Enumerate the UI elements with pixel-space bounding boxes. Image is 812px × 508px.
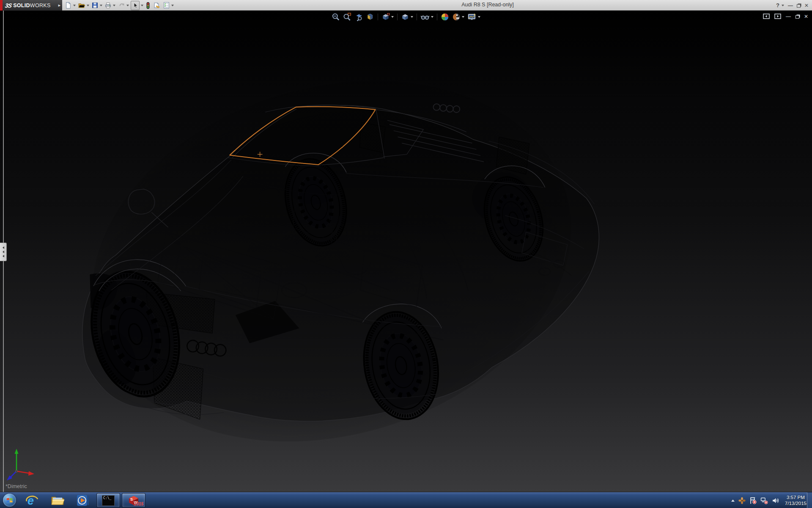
- caption-controls: ? — ✕: [776, 0, 809, 11]
- menu-expand-arrow[interactable]: ▶: [57, 0, 62, 11]
- svg-text:S: S: [130, 497, 133, 502]
- windows-explorer-folder-icon: [50, 494, 65, 506]
- titlebar: 3S SOLIDWORKS ▶: [0, 0, 812, 11]
- menu-bar-toolbar: [64, 0, 174, 11]
- zoom-to-fit-button[interactable]: [331, 12, 340, 22]
- display-style-icon: [401, 13, 409, 21]
- new-document-icon: [65, 2, 72, 9]
- view-orientation-dropdown[interactable]: [391, 16, 394, 18]
- volume-icon[interactable]: [772, 497, 779, 504]
- minimize-button[interactable]: —: [788, 3, 793, 8]
- next-document-icon[interactable]: [774, 14, 781, 19]
- taskbar-item-command-prompt[interactable]: C:\_: [96, 493, 120, 508]
- edit-appearance-button[interactable]: [440, 12, 450, 22]
- section-view-button[interactable]: [365, 12, 375, 22]
- file-properties-icon: [153, 2, 161, 9]
- show-hidden-icons-button[interactable]: [731, 500, 735, 502]
- previous-document-icon[interactable]: [763, 14, 770, 19]
- taskbar-item-windows-explorer[interactable]: [46, 493, 69, 508]
- command-prompt-icon: C:\_: [102, 495, 115, 506]
- expand-arrow-icon: [3, 246, 4, 249]
- model-canvas[interactable]: [0, 11, 812, 492]
- taskbar-item-media-player[interactable]: [71, 493, 95, 508]
- view-settings-button[interactable]: [467, 12, 481, 22]
- show-desktop-button[interactable]: [807, 492, 812, 508]
- solidworks-resource-monitor-icon[interactable]: [738, 497, 746, 504]
- new-button[interactable]: [64, 1, 76, 10]
- help-dropdown[interactable]: [782, 5, 784, 6]
- print-icon: [104, 2, 112, 9]
- view-orientation-button[interactable]: [381, 12, 394, 22]
- zoom-to-area-icon: [343, 13, 351, 21]
- print-button[interactable]: [104, 1, 116, 10]
- print-dropdown[interactable]: [113, 5, 115, 6]
- options-checklist-icon: [163, 2, 170, 9]
- rebuild-traffic-light-icon: [145, 2, 151, 9]
- tray-date: 7/13/2015: [785, 500, 807, 506]
- select-cursor-icon: [132, 2, 138, 9]
- view-settings-icon: [467, 13, 477, 21]
- options-button[interactable]: [162, 1, 174, 10]
- view-orientation-icon: [381, 13, 390, 21]
- hide-show-items-button[interactable]: [420, 12, 434, 22]
- document-close-button[interactable]: ✕: [804, 14, 808, 19]
- tray-clock[interactable]: 3:57 PM 7/13/2015: [785, 494, 807, 507]
- taskbar: e C:\_: [0, 492, 812, 508]
- new-dropdown[interactable]: [73, 5, 76, 6]
- zoom-to-area-button[interactable]: [343, 12, 352, 22]
- open-button[interactable]: [77, 1, 90, 10]
- toolbar-separator: [397, 14, 398, 20]
- logo-red-stripe: [0, 0, 3, 11]
- logo-text-works: WORKS: [30, 3, 51, 8]
- heads-up-view-toolbar: [331, 12, 481, 22]
- display-style-dropdown[interactable]: [411, 16, 413, 18]
- restore-button[interactable]: [797, 4, 801, 8]
- logo-glyph: 3S: [5, 2, 12, 9]
- undo-dropdown[interactable]: [126, 5, 129, 6]
- toolbar-separator: [378, 14, 378, 20]
- solidworks-logo[interactable]: 3S SOLIDWORKS: [0, 0, 57, 11]
- undo-button[interactable]: [117, 1, 129, 10]
- help-button[interactable]: ?: [776, 2, 779, 8]
- solidworks-version-badge: 2015: [134, 502, 143, 506]
- orientation-triad: [1, 447, 40, 483]
- solidworks-window: 3S SOLIDWORKS ▶: [0, 0, 812, 508]
- select-dropdown[interactable]: [141, 5, 143, 6]
- save-dropdown[interactable]: [100, 5, 102, 6]
- apply-scene-dropdown[interactable]: [462, 16, 464, 18]
- hide-show-glasses-icon: [420, 13, 430, 21]
- select-button[interactable]: [131, 1, 140, 10]
- expand-arrow-icon: [3, 251, 4, 253]
- previous-view-icon: [354, 13, 363, 21]
- feature-panel-expand-tab[interactable]: [0, 243, 7, 261]
- media-player-icon: [76, 494, 90, 507]
- previous-view-button[interactable]: [354, 12, 363, 22]
- windows-flag-icon: [6, 497, 13, 503]
- internet-explorer-icon: e: [25, 494, 39, 507]
- open-dropdown[interactable]: [87, 5, 89, 6]
- start-button[interactable]: [3, 494, 16, 507]
- view-settings-dropdown[interactable]: [478, 16, 480, 18]
- file-properties-button[interactable]: [153, 1, 161, 10]
- options-dropdown[interactable]: [171, 5, 174, 6]
- network-disconnected-icon[interactable]: [760, 497, 768, 504]
- toolbar-separator: [417, 14, 417, 20]
- apply-scene-icon: [452, 13, 461, 21]
- action-center-flag-icon[interactable]: [749, 497, 757, 504]
- apply-scene-button[interactable]: [452, 12, 465, 22]
- hide-show-dropdown[interactable]: [431, 16, 433, 18]
- close-button[interactable]: ✕: [804, 3, 809, 8]
- car-wireframe[interactable]: [49, 27, 614, 492]
- document-minimize-button[interactable]: —: [786, 14, 791, 19]
- tray-time: 3:57 PM: [785, 494, 807, 500]
- document-window-controls: — ✕: [763, 14, 808, 19]
- taskbar-item-solidworks[interactable]: S W 2015: [122, 493, 145, 508]
- display-style-button[interactable]: [401, 12, 414, 22]
- expand-arrow-icon: [3, 255, 4, 257]
- graphics-viewport[interactable]: — ✕ *Dimetric: [0, 11, 812, 492]
- toolbar-separator: [437, 14, 437, 20]
- rebuild-button[interactable]: [145, 1, 151, 10]
- document-restore-button[interactable]: [796, 15, 799, 19]
- save-button[interactable]: [91, 1, 103, 10]
- taskbar-item-internet-explorer[interactable]: e: [20, 493, 44, 508]
